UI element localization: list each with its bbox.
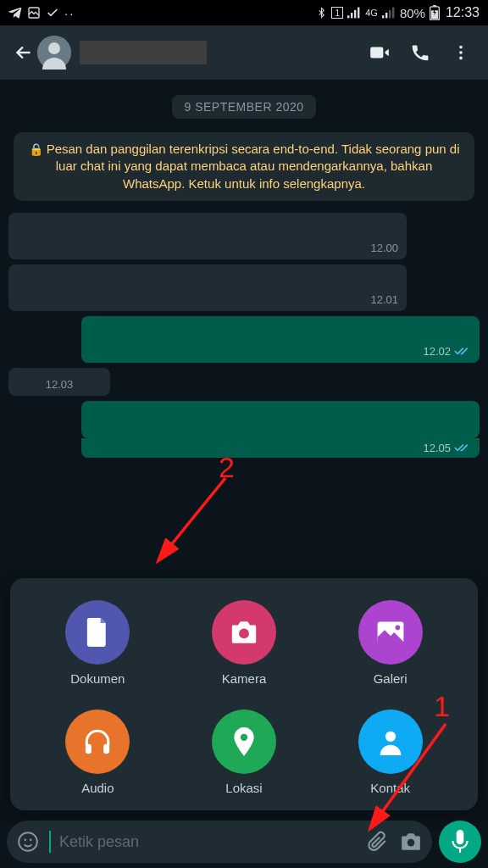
chat-header — [0, 25, 488, 80]
svg-rect-3 — [354, 10, 356, 19]
status-bar: ·· 1 4G 80% 12:33 — [0, 0, 488, 25]
svg-point-16 — [459, 51, 463, 54]
svg-rect-1 — [347, 15, 349, 18]
message-outgoing[interactable] — [81, 401, 480, 438]
voice-message-button[interactable] — [439, 821, 481, 863]
back-button[interactable] — [7, 36, 41, 70]
menu-button[interactable] — [441, 32, 481, 73]
video-call-button[interactable] — [359, 32, 400, 73]
attach-label: Audio — [81, 781, 114, 795]
date-separator: 9 SEPTEMBER 2020 — [172, 95, 315, 119]
svg-rect-6 — [385, 13, 387, 18]
status-right: 1 4G 80% 12:33 — [316, 5, 480, 20]
message-incoming[interactable]: 12.00 — [8, 213, 407, 259]
attach-label: Kamera — [222, 671, 267, 686]
image-icon — [27, 6, 41, 19]
attach-button[interactable] — [364, 831, 390, 853]
gallery-icon — [358, 600, 423, 665]
svg-point-28 — [408, 839, 415, 847]
attach-audio-button[interactable]: Audio — [29, 709, 167, 795]
camera-button[interactable] — [398, 832, 424, 852]
telegram-icon — [8, 6, 22, 19]
sim-slot-indicator: 1 — [331, 7, 343, 19]
status-dots-icon: ·· — [64, 6, 75, 20]
svg-point-27 — [30, 839, 32, 842]
battery-charging-icon — [430, 5, 440, 20]
svg-point-13 — [48, 42, 60, 54]
message-outgoing[interactable]: 12.02 — [81, 316, 480, 363]
message-time: 12.00 — [17, 238, 398, 254]
message-input[interactable] — [59, 833, 356, 851]
svg-point-20 — [395, 626, 400, 631]
headphones-icon — [65, 709, 130, 774]
svg-point-24 — [385, 732, 396, 742]
attach-location-button[interactable]: Lokasi — [175, 709, 313, 795]
read-receipt-icon — [454, 345, 471, 357]
attach-label: Dokumen — [70, 671, 125, 686]
svg-rect-4 — [358, 8, 359, 19]
svg-point-23 — [241, 734, 247, 741]
avatar[interactable] — [37, 36, 71, 70]
attach-document-button[interactable]: Dokumen — [29, 600, 167, 686]
message-input-bar — [0, 815, 488, 868]
emoji-button[interactable] — [15, 831, 41, 853]
signal-icon-2 — [382, 7, 396, 19]
contact-name[interactable] — [80, 41, 207, 64]
svg-rect-2 — [351, 13, 352, 18]
svg-rect-5 — [382, 15, 384, 18]
svg-rect-10 — [433, 5, 436, 7]
attachment-sheet: Dokumen Kamera Galeri Audio Lokasi — [10, 578, 478, 810]
svg-point-18 — [239, 628, 249, 638]
text-cursor — [49, 831, 51, 853]
message-incoming[interactable]: 12.01 — [8, 264, 407, 311]
svg-rect-21 — [86, 744, 92, 754]
message-time: 12.02 — [90, 342, 471, 358]
svg-point-25 — [19, 832, 37, 851]
attach-contact-button[interactable]: Kontak — [321, 709, 459, 795]
lock-icon: 🔒 — [29, 142, 43, 156]
camera-icon — [212, 600, 276, 665]
svg-point-15 — [459, 46, 463, 49]
attach-label: Kontak — [370, 781, 410, 795]
read-receipt-icon — [454, 442, 471, 453]
svg-point-26 — [24, 839, 26, 842]
svg-rect-22 — [103, 744, 109, 754]
message-incoming[interactable]: 12.03 — [8, 368, 110, 396]
attach-label: Lokasi — [225, 781, 262, 795]
svg-rect-7 — [389, 10, 391, 19]
attach-camera-button[interactable]: Kamera — [175, 600, 313, 686]
attach-label: Galeri — [374, 671, 408, 686]
svg-rect-14 — [370, 47, 383, 58]
message-outgoing-partial: 12.05 — [81, 438, 480, 458]
message-time: 12.03 — [17, 375, 102, 391]
encryption-text: Pesan dan panggilan terenkripsi secara e… — [47, 142, 460, 191]
attach-gallery-button[interactable]: Galeri — [321, 600, 459, 686]
signal-icon — [347, 7, 361, 19]
clock: 12:33 — [446, 5, 480, 20]
svg-rect-8 — [392, 8, 394, 19]
voice-call-button[interactable] — [400, 32, 441, 73]
encryption-notice[interactable]: 🔒 Pesan dan panggilan terenkripsi secara… — [14, 132, 474, 201]
bluetooth-icon — [316, 6, 327, 19]
check-icon — [46, 6, 59, 19]
svg-point-17 — [459, 57, 463, 60]
svg-rect-29 — [457, 830, 464, 844]
network-type: 4G — [365, 8, 378, 18]
location-pin-icon — [212, 709, 276, 774]
document-icon — [65, 600, 130, 665]
message-input-pill — [7, 821, 432, 863]
battery-percent: 80% — [400, 6, 425, 20]
message-time: 12.01 — [17, 290, 398, 306]
person-icon — [358, 709, 423, 774]
